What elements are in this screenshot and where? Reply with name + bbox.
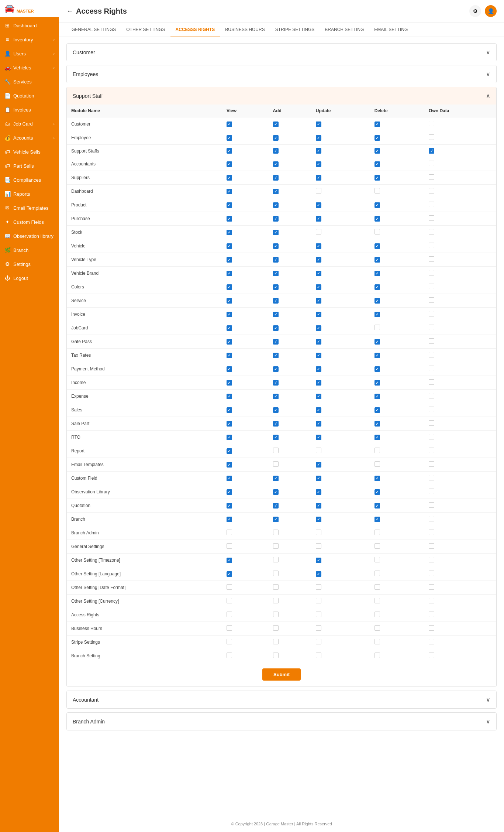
view-checkbox[interactable] <box>227 653 232 658</box>
delete-checkbox[interactable] <box>374 366 380 372</box>
own-checkbox[interactable] <box>429 161 434 166</box>
own-checkbox[interactable] <box>429 502 434 508</box>
delete-checkbox[interactable] <box>374 312 380 317</box>
view-checkbox[interactable] <box>227 339 232 345</box>
update-checkbox[interactable] <box>316 530 321 535</box>
own-checkbox[interactable] <box>429 134 434 140</box>
own-checkbox[interactable] <box>429 543 434 549</box>
add-checkbox[interactable] <box>273 189 279 194</box>
update-checkbox[interactable] <box>316 558 321 563</box>
update-checkbox[interactable] <box>316 571 321 577</box>
sidebar-item-custom-fields[interactable]: ✦ Custom Fields <box>0 215 59 229</box>
update-checkbox[interactable] <box>316 298 321 304</box>
add-checkbox[interactable] <box>273 653 279 658</box>
sidebar-item-logout[interactable]: ⏻ Logout <box>0 271 59 285</box>
update-checkbox[interactable] <box>316 229 321 234</box>
delete-checkbox[interactable] <box>374 284 380 290</box>
view-checkbox[interactable] <box>227 230 232 235</box>
update-checkbox[interactable] <box>316 489 321 495</box>
view-checkbox[interactable] <box>227 298 232 304</box>
own-checkbox[interactable] <box>429 407 434 412</box>
update-checkbox[interactable] <box>316 312 321 317</box>
update-checkbox[interactable] <box>316 366 321 372</box>
update-checkbox[interactable] <box>316 517 321 522</box>
own-checkbox[interactable] <box>429 325 434 330</box>
update-checkbox[interactable] <box>316 216 321 222</box>
add-checkbox[interactable] <box>273 612 279 617</box>
delete-checkbox[interactable] <box>374 489 380 495</box>
accordion-accountant-header[interactable]: Accountant ∨ <box>67 691 496 708</box>
view-checkbox[interactable] <box>227 639 232 644</box>
view-checkbox[interactable] <box>227 530 232 535</box>
own-checkbox[interactable] <box>429 148 434 154</box>
delete-checkbox[interactable] <box>374 503 380 509</box>
view-checkbox[interactable] <box>227 435 232 440</box>
own-checkbox[interactable] <box>429 461 434 467</box>
own-checkbox[interactable] <box>429 379 434 385</box>
view-checkbox[interactable] <box>227 243 232 249</box>
sidebar-item-users[interactable]: 👤 Users › <box>0 47 59 61</box>
own-checkbox[interactable] <box>429 352 434 357</box>
view-checkbox[interactable] <box>227 121 232 127</box>
delete-checkbox[interactable] <box>374 598 380 603</box>
delete-checkbox[interactable] <box>374 639 380 644</box>
own-checkbox[interactable] <box>429 215 434 221</box>
add-checkbox[interactable] <box>273 312 279 317</box>
add-checkbox[interactable] <box>273 380 279 386</box>
sidebar-item-email-templates[interactable]: ✉ Email Templates <box>0 201 59 215</box>
sidebar-item-vehicles[interactable]: 🚗 Vehicles › <box>0 61 59 75</box>
add-checkbox[interactable] <box>273 230 279 235</box>
own-checkbox[interactable] <box>429 612 434 617</box>
view-checkbox[interactable] <box>227 612 232 617</box>
view-checkbox[interactable] <box>227 135 232 141</box>
view-checkbox[interactable] <box>227 380 232 386</box>
view-checkbox[interactable] <box>227 216 232 222</box>
update-checkbox[interactable] <box>316 284 321 290</box>
own-checkbox[interactable] <box>429 420 434 426</box>
view-checkbox[interactable] <box>227 543 232 549</box>
update-checkbox[interactable] <box>316 325 321 331</box>
add-checkbox[interactable] <box>273 517 279 522</box>
add-checkbox[interactable] <box>273 448 279 453</box>
update-checkbox[interactable] <box>316 188 321 194</box>
tab-other-settings[interactable]: OTHER SETTINGS <box>121 23 170 37</box>
add-checkbox[interactable] <box>273 625 279 631</box>
view-checkbox[interactable] <box>227 598 232 603</box>
update-checkbox[interactable] <box>316 543 321 549</box>
update-checkbox[interactable] <box>316 148 321 154</box>
update-checkbox[interactable] <box>316 435 321 440</box>
update-checkbox[interactable] <box>316 175 321 181</box>
delete-checkbox[interactable] <box>374 121 380 127</box>
view-checkbox[interactable] <box>227 394 232 399</box>
own-checkbox[interactable] <box>429 448 434 453</box>
update-checkbox[interactable] <box>316 257 321 263</box>
delete-checkbox[interactable] <box>374 612 380 617</box>
update-checkbox[interactable] <box>316 339 321 345</box>
tab-stripe-settings[interactable]: STRIPE SETTINGS <box>270 23 320 37</box>
add-checkbox[interactable] <box>273 639 279 644</box>
own-checkbox[interactable] <box>429 270 434 275</box>
view-checkbox[interactable] <box>227 503 232 509</box>
own-checkbox[interactable] <box>429 434 434 439</box>
add-checkbox[interactable] <box>273 148 279 154</box>
view-checkbox[interactable] <box>227 161 232 167</box>
own-checkbox[interactable] <box>429 338 434 344</box>
sidebar-item-accounts[interactable]: 💰 Accounts › <box>0 131 59 145</box>
delete-checkbox[interactable] <box>374 161 380 167</box>
add-checkbox[interactable] <box>273 271 279 276</box>
delete-checkbox[interactable] <box>374 135 380 141</box>
delete-checkbox[interactable] <box>374 407 380 413</box>
delete-checkbox[interactable] <box>374 148 380 154</box>
delete-checkbox[interactable] <box>374 557 380 562</box>
delete-checkbox[interactable] <box>374 421 380 427</box>
update-checkbox[interactable] <box>316 202 321 208</box>
own-checkbox[interactable] <box>429 653 434 658</box>
delete-checkbox[interactable] <box>374 571 380 576</box>
own-checkbox[interactable] <box>429 557 434 562</box>
own-checkbox[interactable] <box>429 121 434 126</box>
add-checkbox[interactable] <box>273 584 279 590</box>
sidebar-item-inventory[interactable]: ≡ Inventory › <box>0 32 59 47</box>
view-checkbox[interactable] <box>227 366 232 372</box>
sidebar-item-vehicle-sells[interactable]: 🏷 Vehicle Sells <box>0 145 59 159</box>
delete-checkbox[interactable] <box>374 257 380 263</box>
